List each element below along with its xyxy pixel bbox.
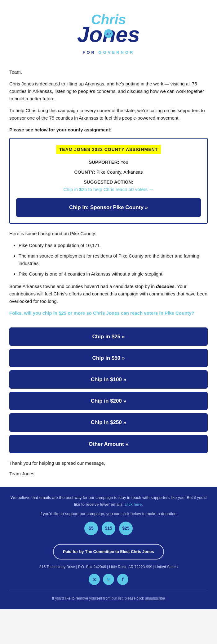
closing-section: Thank you for helping us spread our mess…: [0, 459, 217, 487]
main-content: Team, Chris Jones is dedicated to liftin…: [0, 62, 217, 327]
donate-25-button[interactable]: Chip in $25 »: [9, 327, 208, 346]
list-item: Pike County is one of 4 counties in Arka…: [19, 270, 208, 278]
footer-unsubscribe: If you'd like to remove yourself from ou…: [9, 595, 208, 601]
email-icon[interactable]: ✉: [89, 574, 100, 585]
background-intro: Here is some background on Pike County:: [9, 230, 208, 237]
assignment-box: TEAM JONES 2022 COUNTY ASSIGNMENT SUPPOR…: [9, 138, 208, 224]
footer-donation-circles: $5 $15 $25: [9, 522, 208, 535]
footer-divider: [9, 590, 208, 590]
footer-circle-25[interactable]: $25: [119, 522, 133, 535]
donation-buttons: Chip in $25 » Chip in $50 » Chip in $100…: [0, 327, 217, 453]
footer: We believe that emails are the best way …: [0, 487, 217, 609]
email-wrapper: Chris Jones AR FOR GOVERNOR Team, Chris …: [0, 0, 217, 609]
logo-governor-text: GOVERNOR: [99, 50, 135, 55]
footer-address: 815 Technology Drive | P.O. Box 242046 |…: [9, 564, 208, 570]
bullet-list: Pike County has a population of 10,171 T…: [9, 242, 208, 278]
list-item: Pike County has a population of 10,171: [19, 242, 208, 249]
svg-text:AR: AR: [106, 32, 111, 36]
county-label: COUNTY:: [74, 169, 95, 175]
sponsor-button[interactable]: Chip in: Sponsor Pike County »: [16, 198, 201, 217]
assignment-county-row: COUNTY: Pike County, Arkansas: [16, 168, 201, 176]
action-label: SUGGESTED ACTION:: [84, 179, 133, 185]
logo-svg: Chris Jones AR: [68, 9, 149, 50]
supporter-label: SUPPORTER:: [89, 159, 119, 165]
twitter-icon[interactable]: 🐦: [103, 574, 114, 585]
footer-line2: If you'd like to support our campaign, y…: [9, 510, 208, 517]
paragraph1: Chris Jones is dedicated to lifting up A…: [9, 80, 208, 103]
paragraph2: To help Chris bring this campaign to eve…: [9, 107, 208, 122]
unsubscribe-text: If you'd like to remove yourself from ou…: [52, 596, 144, 601]
paid-by-box: Paid for by The Committee to Elect Chris…: [53, 544, 164, 560]
donate-50-button[interactable]: Chip in $50 »: [9, 349, 208, 367]
cta-text: Folks, will you chip in $25 or more so C…: [9, 309, 208, 317]
donate-other-button[interactable]: Other Amount »: [9, 435, 208, 453]
closing-line2: Team Jones: [9, 470, 208, 477]
unsubscribe-link[interactable]: unsubscribe: [145, 596, 165, 601]
assignment-supporter-row: SUPPORTER: You: [16, 158, 201, 166]
footer-circle-15[interactable]: $15: [102, 522, 115, 535]
footer-circle-5[interactable]: $5: [84, 522, 98, 535]
list-item: The main source of employment for reside…: [19, 252, 208, 267]
assignment-heading: Please see below for your county assignm…: [9, 126, 208, 134]
assignment-title: TEAM JONES 2022 COUNTY ASSIGNMENT: [56, 145, 161, 154]
donate-250-button[interactable]: Chip in $250 »: [9, 413, 208, 432]
logo-container: Chris Jones AR FOR GOVERNOR: [68, 9, 149, 56]
assignment-action-row: SUGGESTED ACTION: Chip in $25 to help Ch…: [16, 178, 201, 193]
footer-text1: We believe that emails are the best way …: [11, 495, 206, 507]
background-paragraph: Some Arkansas towns and counties haven't…: [9, 283, 208, 305]
facebook-icon[interactable]: f: [117, 574, 128, 585]
footer-line1: We believe that emails are the best way …: [9, 494, 208, 508]
fewer-emails-link[interactable]: click here: [125, 502, 142, 507]
footer-social-links: ✉ 🐦 f: [9, 574, 208, 585]
bg-part1: Some Arkansas towns and counties haven't…: [9, 284, 156, 289]
supporter-value: You: [120, 159, 128, 165]
logo-for-governor: FOR GOVERNOR: [68, 49, 149, 56]
donate-100-button[interactable]: Chip in $100 »: [9, 370, 208, 389]
bg-italic: decades: [156, 284, 175, 289]
logo-for-text: FOR: [83, 50, 96, 55]
donate-200-button[interactable]: Chip in $200 »: [9, 392, 208, 410]
email-header: Chris Jones AR FOR GOVERNOR: [0, 0, 217, 62]
county-value: Pike County, Arkansas: [96, 169, 143, 175]
action-link[interactable]: Chip in $25 to help Chris reach 50 voter…: [64, 187, 154, 192]
greeting: Team,: [9, 68, 208, 76]
closing-line1: Thank you for helping us spread our mess…: [9, 459, 208, 467]
